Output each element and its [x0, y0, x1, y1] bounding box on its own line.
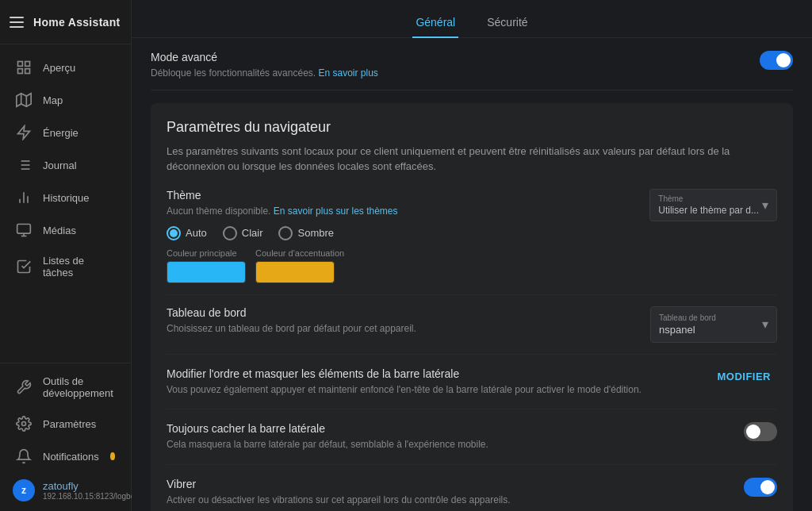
svg-rect-2 [18, 69, 23, 74]
always-hide-sidebar-row: Toujours cacher la barre latérale Cela m… [167, 409, 777, 465]
color-mode-row: Auto Clair Sombre [167, 226, 627, 240]
chevron-down-icon: ▾ [762, 317, 768, 332]
dashboard-desc: Choisissez un tableau de bord par défaut… [167, 322, 628, 336]
accent-color-swatch[interactable] [255, 261, 335, 283]
tab-security[interactable]: Sécurité [484, 10, 530, 38]
hamburger-icon[interactable] [10, 17, 24, 28]
notification-dot [110, 452, 115, 460]
sidebar-item-label: Médias [43, 225, 76, 236]
radio-sombre-label: Sombre [297, 227, 334, 239]
vibrate-title: Vibrer [167, 478, 731, 490]
accent-color-group: Couleur d'accentuation [255, 248, 344, 283]
user-item[interactable]: z zatoufly 192.168.10.15:8123/logbook [0, 473, 131, 508]
wrench-icon [16, 379, 32, 395]
user-info: zatoufly 192.168.10.15:8123/logbook [43, 480, 144, 501]
bell-icon [16, 448, 32, 464]
user-url: 192.168.10.15:8123/logbook [43, 492, 144, 501]
sidebar-item-historique[interactable]: Historique [3, 182, 128, 213]
radio-sombre[interactable]: Sombre [278, 226, 334, 240]
sidebar-item-label: Outils de développement [43, 375, 115, 399]
advanced-mode-text: Mode avancé Débloque les fonctionnalités… [151, 51, 747, 80]
sidebar-order-desc: Vous pouvez également appuyer et mainten… [167, 383, 698, 397]
browser-settings-title: Paramètres du navigateur [167, 119, 777, 136]
sidebar-item-label: Paramètres [43, 418, 96, 430]
dashboard-row: Tableau de bord Choisissez un tableau de… [167, 295, 777, 355]
gear-icon [16, 416, 32, 432]
theme-dropdown-value: Utiliser le thème par d... [658, 205, 759, 216]
sidebar: Home Assistant Aperçu Map Énergie [0, 0, 132, 511]
theme-desc: Aucun thème disponible. En savoir plus s… [167, 205, 627, 218]
svg-rect-3 [25, 69, 30, 74]
radio-clair-outer [223, 226, 237, 240]
sidebar-item-energie[interactable]: Énergie [3, 117, 128, 148]
radio-auto-inner [170, 229, 178, 237]
sidebar-item-label: Aperçu [43, 62, 75, 74]
vibrate-desc: Activer ou désactiver les vibrations sur… [167, 494, 731, 507]
tabs-header: Général Sécurité [132, 0, 812, 38]
theme-label: Thème [167, 189, 627, 202]
radio-clair-label: Clair [242, 227, 263, 239]
sidebar-item-outils[interactable]: Outils de développement [3, 367, 128, 407]
advanced-mode-toggle[interactable] [760, 51, 793, 70]
theme-section: Thème Aucun thème disponible. En savoir … [167, 178, 777, 295]
sidebar-item-label: Map [43, 94, 63, 106]
sidebar-item-listes[interactable]: Listes de tâches [3, 247, 128, 286]
svg-rect-17 [17, 225, 31, 234]
theme-link[interactable]: En savoir plus sur les thèmes [274, 206, 398, 217]
dashboard-dropdown-label: Tableau de bord [659, 313, 716, 322]
sidebar-item-notifications[interactable]: Notifications [3, 440, 128, 472]
dashboard-text: Tableau de bord Choisissez un tableau de… [167, 306, 628, 336]
browser-settings-card: Paramètres du navigateur Les paramètres … [151, 103, 793, 511]
sidebar-item-map[interactable]: Map [3, 84, 128, 116]
sidebar-item-label: Énergie [43, 127, 79, 139]
svg-rect-1 [25, 62, 30, 67]
sidebar-nav: Aperçu Map Énergie Journal [0, 44, 131, 363]
chevron-down-icon: ▾ [762, 198, 768, 213]
tasks-icon [16, 259, 32, 275]
sidebar-item-label: Historique [43, 192, 90, 204]
content-area: Mode avancé Débloque les fonctionnalités… [132, 38, 812, 511]
primary-color-swatch[interactable] [167, 261, 246, 283]
always-hide-sidebar-toggle[interactable] [744, 422, 777, 441]
primary-color-group: Couleur principale [167, 248, 246, 283]
vibrate-toggle[interactable] [744, 478, 777, 497]
radio-auto-label: Auto [186, 227, 207, 239]
lightning-icon [16, 125, 32, 140]
tab-general[interactable]: Général [412, 10, 458, 38]
always-hide-sidebar-text: Toujours cacher la barre latérale Cela m… [167, 422, 731, 451]
svg-rect-0 [18, 62, 23, 67]
avatar: z [13, 479, 35, 501]
radio-clair[interactable]: Clair [223, 226, 263, 240]
sidebar-order-text: Modifier l'ordre et masquer les éléments… [167, 367, 698, 397]
advanced-mode-row: Mode avancé Débloque les fonctionnalités… [151, 38, 793, 90]
theme-text: Thème Aucun thème disponible. En savoir … [167, 189, 627, 283]
radio-auto-outer [167, 226, 181, 240]
sidebar-bottom: Outils de développement Paramètres Notif… [0, 363, 131, 511]
sidebar-item-parametres[interactable]: Paramètres [3, 408, 128, 440]
sidebar-item-journal[interactable]: Journal [3, 149, 128, 181]
primary-color-label: Couleur principale [167, 248, 246, 258]
dashboard-dropdown-value: nspanel [659, 324, 716, 336]
modifier-button[interactable]: MODIFIER [710, 367, 777, 386]
list-icon [16, 157, 32, 173]
theme-dropdown[interactable]: Thème Utiliser le thème par d... ▾ [649, 189, 777, 221]
map-icon [16, 92, 32, 108]
sidebar-item-apercu[interactable]: Aperçu [3, 52, 128, 83]
advanced-mode-title: Mode avancé [151, 51, 747, 63]
chart-icon [16, 190, 32, 206]
user-name: zatoufly [43, 480, 144, 492]
advanced-mode-link[interactable]: En savoir plus [318, 67, 377, 79]
vibrate-text: Vibrer Activer ou désactiver les vibrati… [167, 478, 731, 507]
theme-dropdown-label: Thème [658, 194, 759, 203]
vibrate-row: Vibrer Activer ou désactiver les vibrati… [167, 465, 777, 511]
sidebar-item-medias[interactable]: Médias [3, 214, 128, 246]
sidebar-header: Home Assistant [0, 0, 131, 44]
svg-point-20 [22, 422, 26, 426]
svg-marker-7 [18, 126, 30, 140]
radio-auto[interactable]: Auto [167, 226, 207, 240]
always-hide-sidebar-title: Toujours cacher la barre latérale [167, 422, 731, 435]
dashboard-select[interactable]: Tableau de bord nspanel ▾ [650, 306, 777, 343]
sidebar-order-title: Modifier l'ordre et masquer les éléments… [167, 367, 698, 380]
sidebar-item-label: Journal [43, 159, 77, 171]
radio-sombre-outer [278, 226, 293, 240]
